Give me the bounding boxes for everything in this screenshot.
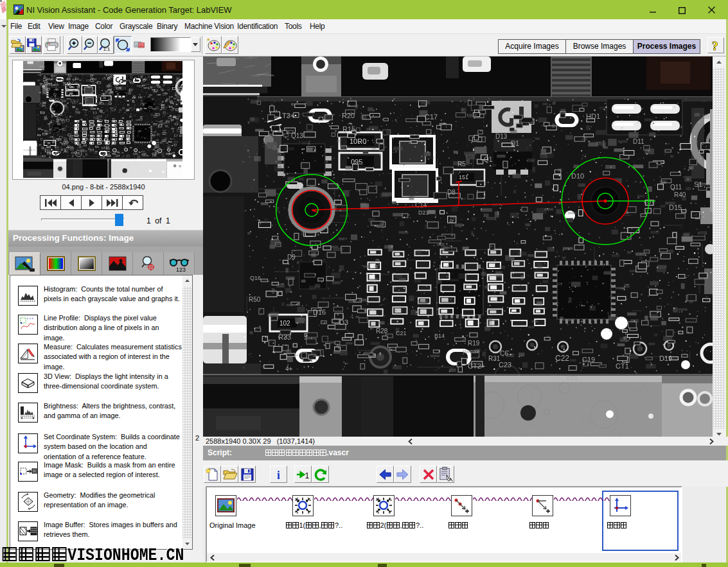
svg-text:123: 123 [176,266,186,272]
svg-text:i: i [277,469,280,482]
svg-text:1: 1 [305,471,309,480]
svg-text:?: ? [712,39,718,53]
svg-text:1:1: 1:1 [103,46,111,52]
